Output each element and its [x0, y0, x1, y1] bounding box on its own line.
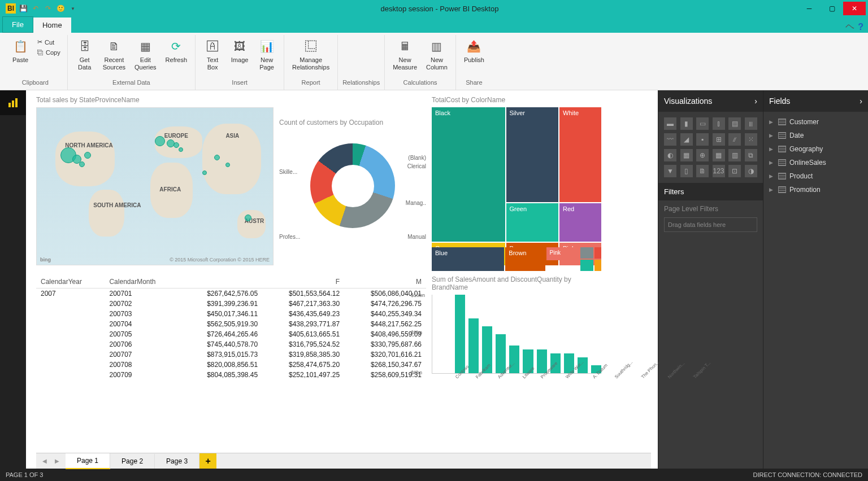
- viz-line[interactable]: 〰: [664, 133, 676, 146]
- table-row[interactable]: 200702$391,399,236.91$467,217,363.30$474…: [36, 299, 426, 309]
- fields-header[interactable]: Fields ›: [763, 90, 868, 112]
- edit-queries-button[interactable]: ▦Edit Queries: [131, 35, 160, 73]
- viz-multi-card[interactable]: 123: [713, 165, 725, 177]
- col-year[interactable]: CalendarYear: [36, 276, 105, 288]
- page-tab-3[interactable]: Page 3: [155, 454, 199, 469]
- viz-scatter[interactable]: ⁙: [745, 133, 757, 146]
- image-button[interactable]: 🖼Image: [227, 35, 252, 66]
- save-icon[interactable]: 💾: [18, 3, 28, 14]
- map-copyright: © 2015 Microsoft Corporation © 2015 HERE: [170, 257, 270, 263]
- undo-icon[interactable]: ↶: [31, 3, 41, 14]
- page-tab-2[interactable]: Page 2: [110, 454, 155, 469]
- viz-clustered-bar[interactable]: ⫿: [713, 117, 725, 130]
- field-geography[interactable]: ▶Geography: [763, 142, 868, 156]
- refresh-button[interactable]: ⟳Refresh: [162, 35, 191, 66]
- manage-relationships-button[interactable]: ⿺Manage Relationships: [289, 35, 333, 73]
- viz-treemap[interactable]: ▦: [680, 149, 693, 161]
- table-icon: [778, 146, 786, 152]
- col-m[interactable]: M: [344, 276, 426, 288]
- collapse-ribbon-icon[interactable]: ヘ: [845, 21, 854, 33]
- filter-drop-zone[interactable]: Drag data fields here: [664, 217, 757, 232]
- view-sidebar: [0, 90, 26, 469]
- table-row[interactable]: 200708$820,008,856.51$258,474,675.20$268…: [36, 360, 426, 370]
- viz-area[interactable]: ◢: [680, 133, 693, 146]
- add-page-button[interactable]: +: [199, 453, 216, 469]
- chevron-right-icon: ›: [754, 97, 757, 106]
- table-icon: [778, 186, 786, 193]
- table-row[interactable]: 200705$726,464,265.46$405,613,665.51$408…: [36, 329, 426, 339]
- minimize-button[interactable]: ─: [798, 2, 821, 15]
- viz-100-stacked-bar[interactable]: ▤: [728, 117, 741, 130]
- text-box-button[interactable]: 🄰Text Box: [200, 35, 225, 73]
- get-data-button[interactable]: 🗄Get Data: [72, 35, 97, 73]
- home-tab[interactable]: Home: [33, 18, 71, 33]
- redo-icon[interactable]: ↷: [43, 3, 53, 14]
- report-view-button[interactable]: [0, 90, 26, 115]
- chevron-right-icon: ›: [860, 97, 862, 106]
- visualizations-header[interactable]: Visualizations ›: [658, 90, 763, 112]
- treemap-chart[interactable]: TotalCost by ColorName Black Silver Whit…: [432, 96, 601, 271]
- viz-100-stacked-column[interactable]: ⫼: [745, 117, 757, 130]
- viz-table[interactable]: ▥: [728, 149, 741, 161]
- bar-title: Sum of SalesAmount and DiscountQuantity …: [432, 276, 601, 291]
- data-table[interactable]: CalendarYear CalendarMonth F M 200720070…: [36, 276, 426, 394]
- viz-combo[interactable]: ⊞: [713, 133, 725, 146]
- maximize-button[interactable]: ▢: [821, 2, 843, 15]
- viz-funnel[interactable]: ▼: [664, 165, 676, 177]
- smiley-icon[interactable]: 🙂: [55, 3, 66, 14]
- viz-stacked-area[interactable]: ▪: [696, 133, 709, 146]
- new-column-button[interactable]: ▥New Column: [423, 35, 451, 73]
- donut-chart[interactable]: Count of customers by Occupation (Blank)…: [279, 96, 426, 271]
- map-chart[interactable]: Total sales by StateProvinceName NORTH A…: [36, 96, 274, 271]
- field-product[interactable]: ▶Product: [763, 169, 868, 183]
- help-icon[interactable]: ?: [858, 22, 863, 32]
- viz-donut[interactable]: ◑: [745, 165, 757, 177]
- svg-rect-0: [8, 103, 11, 107]
- col-month[interactable]: CalendarMonth: [105, 276, 180, 288]
- page-tab-1[interactable]: Page 1: [66, 453, 110, 469]
- viz-stacked-bar[interactable]: ▬: [664, 117, 676, 130]
- viz-card[interactable]: 🗎: [696, 165, 709, 177]
- table-row[interactable]: 200709$804,085,398.45$252,101,497.25$258…: [36, 370, 426, 380]
- viz-filled-map[interactable]: ▦: [713, 149, 725, 161]
- table-row[interactable]: 200703$450,017,346.11$436,435,649.23$440…: [36, 309, 426, 319]
- viz-pie[interactable]: ◐: [664, 149, 676, 161]
- col-blank[interactable]: [180, 276, 262, 288]
- col-f[interactable]: F: [262, 276, 344, 288]
- field-onlinesales[interactable]: ▶OnlineSales: [763, 156, 868, 169]
- table-row[interactable]: 200707$873,915,015.73$319,858,385.30$320…: [36, 349, 426, 360]
- new-measure-button[interactable]: 🖩New Measure: [389, 35, 420, 73]
- close-button[interactable]: ✕: [843, 2, 866, 15]
- new-page-button[interactable]: 📊New Page: [254, 35, 279, 73]
- qat-dropdown-icon[interactable]: ▼: [68, 3, 78, 14]
- table-icon: [778, 159, 786, 166]
- viz-clustered-column[interactable]: ▮: [680, 117, 693, 130]
- table-row[interactable]: 200706$745,440,578.70$316,795,524.52$330…: [36, 339, 426, 349]
- filters-header[interactable]: Filters: [658, 183, 763, 200]
- report-canvas[interactable]: Total sales by StateProvinceName NORTH A…: [26, 90, 658, 469]
- viz-gauge[interactable]: ▯: [680, 165, 693, 177]
- viz-kpi[interactable]: ⊡: [728, 165, 741, 177]
- bar[interactable]: [468, 318, 479, 373]
- publish-icon: 📤: [465, 37, 483, 55]
- copy-button[interactable]: ⿻Copy: [35, 48, 63, 57]
- window-controls: ─ ▢ ✕: [798, 2, 866, 15]
- bar[interactable]: [455, 295, 465, 373]
- file-tab[interactable]: File: [2, 16, 33, 33]
- page-next-button[interactable]: ▶: [51, 455, 63, 467]
- table-row[interactable]: 200704$562,505,919.30$438,293,771.87$448…: [36, 319, 426, 329]
- cut-button[interactable]: ✂Cut: [35, 37, 63, 47]
- publish-button[interactable]: 📤Publish: [461, 35, 488, 66]
- field-customer[interactable]: ▶Customer: [763, 115, 868, 129]
- bar-chart[interactable]: Sum of SalesAmount and DiscountQuantity …: [432, 276, 601, 394]
- viz-matrix[interactable]: ⧉: [745, 149, 757, 161]
- viz-stacked-column[interactable]: ▭: [696, 117, 709, 130]
- table-row[interactable]: 2007200701$267,642,576.05$501,553,564.12…: [36, 288, 426, 299]
- recent-sources-button[interactable]: 🗎Recent Sources: [99, 35, 129, 73]
- field-date[interactable]: ▶Date: [763, 129, 868, 142]
- viz-map[interactable]: ⊕: [696, 149, 709, 161]
- field-promotion[interactable]: ▶Promotion: [763, 183, 868, 196]
- paste-button[interactable]: 📋 Paste: [8, 35, 33, 66]
- viz-waterfall[interactable]: ⫽: [728, 133, 741, 146]
- page-prev-button[interactable]: ◀: [38, 455, 51, 467]
